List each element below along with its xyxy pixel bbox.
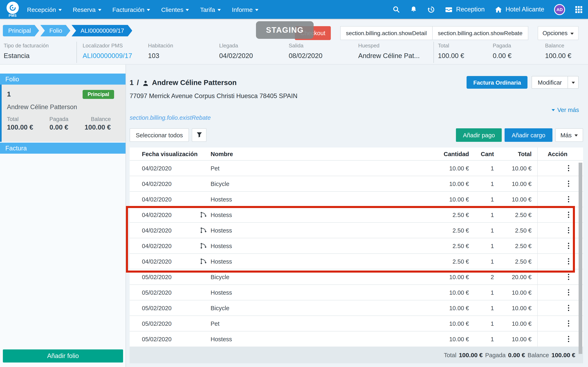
footer-total-value: 100.00 €	[459, 351, 483, 359]
split-charge-icon	[200, 242, 207, 249]
row-name-cell: Bicycle	[200, 273, 410, 280]
apps-grid-icon[interactable]	[575, 6, 583, 13]
breadcrumb-item[interactable]: Principal	[3, 25, 39, 36]
summary-field-value: 08/02/2020	[289, 52, 358, 60]
row-name-cell: Pet	[200, 320, 410, 327]
table-row[interactable]: 04/02/2020 Pet 10.00 € 1 10.00 €	[130, 160, 583, 176]
summary-field-label: Localizador PMS	[83, 42, 148, 49]
kebab-menu-icon[interactable]	[566, 225, 571, 235]
row-action-cell	[537, 223, 583, 238]
kebab-menu-icon[interactable]	[566, 288, 571, 297]
table-row[interactable]: 04/02/2020 Hostess 2.50 € 1 2.50 €	[130, 253, 583, 269]
kebab-menu-icon[interactable]	[566, 163, 571, 173]
table-row[interactable]: 05/02/2020 Bicycle 10.00 € 1 10.00 €	[130, 300, 583, 316]
modificar-dropdown-toggle[interactable]	[568, 76, 578, 88]
user-avatar[interactable]: AD	[554, 4, 565, 15]
table-row[interactable]: 04/02/2020 Hostess 10.00 € 1 10.00 €	[130, 191, 583, 207]
sidebar-folio-header[interactable]: Folio	[0, 74, 126, 85]
menu-item-clientes[interactable]: Clientes	[161, 6, 189, 13]
table-row[interactable]: 04/02/2020 Hostess 2.50 € 1 2.50 €	[130, 238, 583, 253]
add-charge-button[interactable]: Añadir cargo	[505, 128, 552, 142]
breadcrumb-item[interactable]: ALI00000009/17	[72, 25, 132, 36]
show-detail-button[interactable]: section.billing.action.showDetail	[340, 26, 432, 40]
reception-inbox-button[interactable]: Reception	[445, 6, 485, 13]
filter-button[interactable]	[192, 128, 207, 142]
row-name-cell: Hostess	[200, 335, 410, 342]
hotel-home-button[interactable]: Hotel Alicante	[494, 6, 544, 13]
kebab-menu-icon[interactable]	[566, 194, 571, 204]
more-button[interactable]: Más	[555, 128, 583, 142]
row-total: 20.00 €	[498, 274, 537, 280]
menu-item-label: Facturación	[112, 6, 144, 13]
table-scrollbar[interactable]	[579, 163, 582, 354]
row-action-cell	[537, 300, 583, 316]
menu-item-informe[interactable]: Informe	[232, 6, 258, 13]
header-actions: Checkout STAGING section.billing.action.…	[295, 26, 579, 40]
summary-field: Tipo de facturación Estancia	[0, 42, 77, 63]
breadcrumb-item[interactable]: Folio	[40, 25, 70, 36]
footer-total-label: Total	[444, 352, 456, 358]
add-folio-button[interactable]: Añadir folio	[3, 350, 123, 362]
summary-field: Localizador PMS ALI00000009/17	[77, 42, 148, 63]
factura-ordinaria-button[interactable]: Factura Ordinaria	[467, 76, 528, 89]
guest-index: 1	[130, 78, 134, 87]
menu-item-reserva[interactable]: Reserva	[73, 6, 101, 13]
pms-billing-screen: PMS Recepción Reserva Facturación Client…	[0, 0, 588, 367]
summary-field-value: 100.00 €	[438, 52, 493, 60]
history-icon[interactable]	[428, 6, 435, 13]
kebab-menu-icon[interactable]	[566, 257, 571, 266]
summary-field-label: Habitación	[148, 42, 219, 49]
modificar-button[interactable]: Modificar	[532, 76, 568, 88]
table-row[interactable]: 04/02/2020 Hostess 2.50 € 1 2.50 €	[130, 222, 583, 238]
show-rebate-button[interactable]: section.billing.action.showRebate	[432, 26, 528, 40]
pms-logo-text: PMS	[8, 14, 17, 17]
home-icon	[494, 6, 502, 13]
sidebar-factura-header[interactable]: Factura	[0, 143, 126, 154]
kebab-menu-icon[interactable]	[566, 241, 571, 251]
summary-field-value: ALI00000009/17	[83, 52, 148, 60]
menu-item-tarifa[interactable]: Tarifa	[200, 6, 221, 13]
row-qty: 1	[471, 305, 498, 311]
row-date: 04/02/2020	[130, 196, 200, 202]
row-name: Bicycle	[210, 274, 229, 280]
charges-table-footer: Total 100.00 € Pagada 0.00 € Balance 100…	[130, 347, 583, 363]
row-name-cell: Hostess	[200, 242, 410, 249]
row-name: Hostess	[210, 227, 232, 234]
row-name: Hostess	[210, 289, 232, 296]
select-all-button[interactable]: Seleccionar todos	[130, 128, 189, 142]
add-payment-button[interactable]: Añadir pago	[456, 128, 502, 142]
opciones-button[interactable]: Opciones	[538, 26, 579, 40]
summary-field-label: Huesped	[358, 42, 433, 49]
exist-rebate-link[interactable]: section.billing.folio.existRebate	[130, 114, 588, 121]
kebab-menu-icon[interactable]	[566, 210, 571, 220]
summary-field-label: Pagada	[493, 42, 545, 49]
row-name: Pet	[210, 320, 219, 327]
table-row[interactable]: 04/02/2020 Hostess 2.50 € 1 2.50 €	[130, 207, 583, 222]
menu-item-recepción[interactable]: Recepción	[27, 6, 62, 13]
summary-field: Habitación 103	[148, 42, 219, 63]
pms-logo[interactable]: PMS	[2, 1, 23, 17]
search-icon[interactable]	[392, 6, 400, 13]
row-date: 05/02/2020	[130, 274, 200, 280]
kebab-menu-icon[interactable]	[566, 179, 571, 189]
kebab-menu-icon[interactable]	[566, 334, 571, 344]
ver-mas-link[interactable]: Ver más	[552, 107, 579, 113]
folio-card[interactable]: 1 Principal Andrew Céline Patterson Tota…	[0, 85, 126, 142]
chevron-down-icon	[571, 33, 574, 34]
table-row[interactable]: 05/02/2020 Hostess 10.00 € 1 10.00 €	[130, 331, 583, 347]
row-name: Hostess	[210, 258, 232, 265]
row-name-cell: Hostess	[200, 258, 410, 265]
table-row[interactable]: 05/02/2020 Pet 10.00 € 1 10.00 €	[130, 316, 583, 331]
summary-field: Total 100.00 €	[434, 42, 493, 63]
header-fecha: Fecha visualización	[130, 150, 200, 157]
opciones-label: Opciones	[542, 30, 568, 36]
table-row[interactable]: 04/02/2020 Bicycle 10.00 € 1 10.00 €	[130, 176, 583, 191]
menu-item-facturación[interactable]: Facturación	[112, 6, 150, 13]
table-row[interactable]: 05/02/2020 Bicycle 10.00 € 2 20.00 €	[130, 269, 583, 284]
table-row[interactable]: 05/02/2020 Hostess 10.00 € 1 10.00 €	[130, 284, 583, 300]
kebab-menu-icon[interactable]	[566, 272, 571, 282]
kebab-menu-icon[interactable]	[566, 319, 571, 328]
row-date: 04/02/2020	[130, 165, 200, 171]
kebab-menu-icon[interactable]	[566, 303, 571, 313]
notifications-bell-icon[interactable]	[410, 6, 418, 13]
